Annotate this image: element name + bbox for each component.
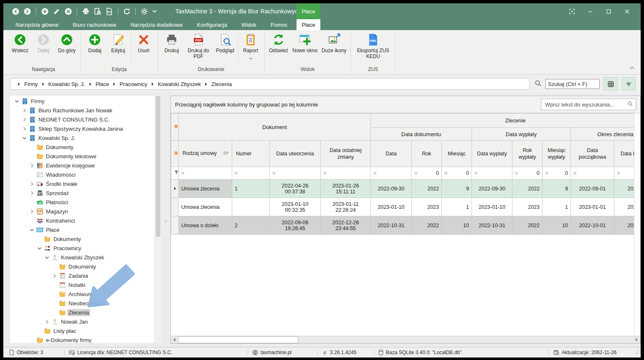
table-cell[interactable]: 10: [442, 216, 472, 235]
column-header[interactable]: Numer: [232, 141, 270, 167]
grid-search-input[interactable]: [544, 101, 626, 108]
table-row[interactable]: Umowa o dzieło22022-09-06 19:26:452022-1…: [171, 216, 641, 235]
tree-expander-open-icon[interactable]: [28, 226, 35, 233]
ribbon-button[interactable]: Usuń: [132, 31, 155, 53]
table-cell[interactable]: 1: [232, 180, 270, 198]
tree-item[interactable]: Biuro Rachunkowe Jan Nowak: [10, 106, 161, 115]
tree-item[interactable]: e-Dokumenty firmy: [10, 335, 161, 343]
table-cell[interactable]: 2022: [412, 216, 442, 235]
resize-grip[interactable]: [634, 350, 639, 356]
tree-item[interactable]: Firmy: [10, 96, 161, 106]
ribbon-button[interactable]: Nowe okno: [290, 31, 319, 53]
ribbon-button[interactable]: Edytuj: [106, 31, 130, 53]
tree-item[interactable]: Nowak Jan: [10, 317, 161, 326]
qat-add-icon[interactable]: [41, 8, 49, 15]
table-cell[interactable]: 2022: [512, 216, 543, 235]
table-cell[interactable]: 2022-10-31: [472, 216, 512, 235]
tree-item[interactable]: Płatności: [10, 198, 161, 207]
breadcrumb-item[interactable]: Kowalski Zbyszek: [158, 81, 201, 87]
column-header[interactable]: Data wypłaty: [472, 141, 512, 167]
breadcrumb-item[interactable]: Zlecenia: [211, 81, 232, 87]
tree-item[interactable]: Sklep Spożywczy Kowalska Janina: [10, 124, 161, 133]
tree-item[interactable]: Dokumenty: [10, 142, 161, 152]
screenshot-button[interactable]: [565, 7, 578, 16]
table-cell[interactable]: 1: [543, 198, 571, 216]
scroll-left-arrow[interactable]: [171, 336, 178, 343]
tree-item[interactable]: Archiwum: [10, 289, 161, 299]
tree-expander-closed-icon[interactable]: [28, 180, 35, 187]
table-cell[interactable]: 2023-01-11 22:26:24: [321, 198, 371, 216]
column-header[interactable]: Data ostatniej zmiany: [321, 141, 371, 167]
table-cell[interactable]: 2022: [412, 180, 442, 198]
ribbon-tab-1[interactable]: Narzędzia główne: [10, 19, 63, 30]
table-cell[interactable]: 2023: [512, 198, 543, 216]
group-by-bar[interactable]: Przeciągnij nagłówek kolumny by grupować…: [171, 96, 640, 113]
tree-item[interactable]: Zadania: [10, 271, 161, 280]
qat-print-icon[interactable]: [82, 8, 90, 15]
tree-item[interactable]: Listy płac: [10, 326, 161, 335]
tree-expander-open-icon[interactable]: [36, 245, 43, 251]
breadcrumb[interactable]: FirmyKowalski Sp. J.PłacePracownicyKowal…: [10, 78, 530, 90]
tree-item[interactable]: Sprzedaż: [10, 188, 161, 198]
ribbon-button[interactable]: Wstecz: [8, 31, 32, 53]
tree-item[interactable]: Płace: [10, 225, 161, 234]
tree-item[interactable]: Wiadomości: [10, 170, 161, 179]
tree-item[interactable]: Zlecenia: [10, 308, 161, 317]
table-cell[interactable]: Umowa zlecenia: [179, 180, 232, 198]
tree-expander-open-icon[interactable]: [13, 98, 20, 104]
band-header[interactable]: Data dokumentu: [371, 128, 472, 141]
band-header[interactable]: Zlecenie: [371, 114, 641, 128]
filter-cell[interactable]: =0: [512, 167, 543, 180]
column-header[interactable]: Rodzaj umowy: [179, 141, 232, 167]
tree-item[interactable]: Kowalski Sp. J.: [10, 133, 161, 142]
column-header[interactable]: Rok wypłaty: [512, 141, 543, 167]
tree-item[interactable]: NEONET CONSULTING S.C.: [10, 115, 161, 124]
tree-expander-closed-icon[interactable]: [28, 208, 35, 215]
minimize-button[interactable]: [584, 7, 596, 16]
table-cell[interactable]: 9: [543, 180, 571, 198]
table-cell[interactable]: 2023-01-10: [472, 198, 512, 216]
filter-cell[interactable]: =: [371, 167, 412, 180]
scrollbar-thumb[interactable]: [178, 336, 298, 343]
tree-item[interactable]: Nieobecności: [10, 299, 161, 308]
close-button[interactable]: [621, 7, 633, 16]
table-cell[interactable]: 2: [232, 216, 270, 235]
column-header[interactable]: Rok: [412, 141, 442, 167]
maximize-button[interactable]: [602, 7, 615, 16]
table-cell[interactable]: 2023-01-26 15:11:11: [321, 180, 371, 198]
table-row[interactable]: Umowa zlecenia12022-04-26 00:37:382023-0…: [171, 180, 641, 198]
filter-cell[interactable]: =: [179, 167, 232, 180]
ribbon-button[interactable]: Podgląd: [213, 31, 237, 53]
table-cell[interactable]: 2023-01-01: [571, 198, 614, 216]
table-cell[interactable]: 1: [442, 198, 472, 216]
tree-expander-open-icon[interactable]: [21, 134, 28, 141]
band-header[interactable]: Okres zlecenia: [571, 128, 641, 141]
ribbon-button[interactable]: XMLEksportuj ZUS KEDU: [353, 31, 393, 59]
ribbon-tab-5[interactable]: Widok: [236, 19, 261, 30]
filter-cell[interactable]: =: [270, 167, 321, 180]
tree-item[interactable]: Kowalski Zbyszek: [10, 253, 161, 262]
filter-view-button[interactable]: [621, 77, 636, 91]
tree-vertical-scrollbar[interactable]: [155, 96, 161, 343]
qat-settings-icon[interactable]: [140, 8, 148, 15]
qat-dropdown-icon[interactable]: [152, 10, 157, 13]
qat-forward-icon[interactable]: [23, 8, 31, 15]
scroll-right-arrow[interactable]: [633, 336, 640, 343]
ribbon-button[interactable]: PDFDrukuj do PDF: [183, 31, 213, 59]
table-cell[interactable]: Umowa zlecenia: [179, 198, 232, 216]
ribbon-button[interactable]: Raport: [239, 31, 262, 61]
collapse-ribbon-icon[interactable]: [629, 63, 635, 71]
qat-edit-icon[interactable]: [53, 8, 61, 15]
table-cell[interactable]: 2022-10-01: [571, 216, 614, 235]
qat-refresh-icon[interactable]: [123, 8, 131, 15]
breadcrumb-item[interactable]: Firmy: [24, 81, 38, 87]
tree-expander-closed-icon[interactable]: [21, 116, 28, 123]
table-cell[interactable]: 2023-01-10: [371, 198, 412, 216]
ribbon-tab-7[interactable]: PłacePłace: [297, 19, 320, 30]
ribbon-button[interactable]: Duże ikony: [319, 31, 348, 53]
band-header[interactable]: Dokument: [179, 114, 371, 141]
tree-item[interactable]: Ewidencje księgowe: [10, 161, 161, 170]
tree-item[interactable]: Środki trwałe: [10, 179, 161, 188]
table-cell[interactable]: 2023: [412, 198, 442, 216]
breadcrumb-item[interactable]: Płace: [96, 81, 109, 87]
